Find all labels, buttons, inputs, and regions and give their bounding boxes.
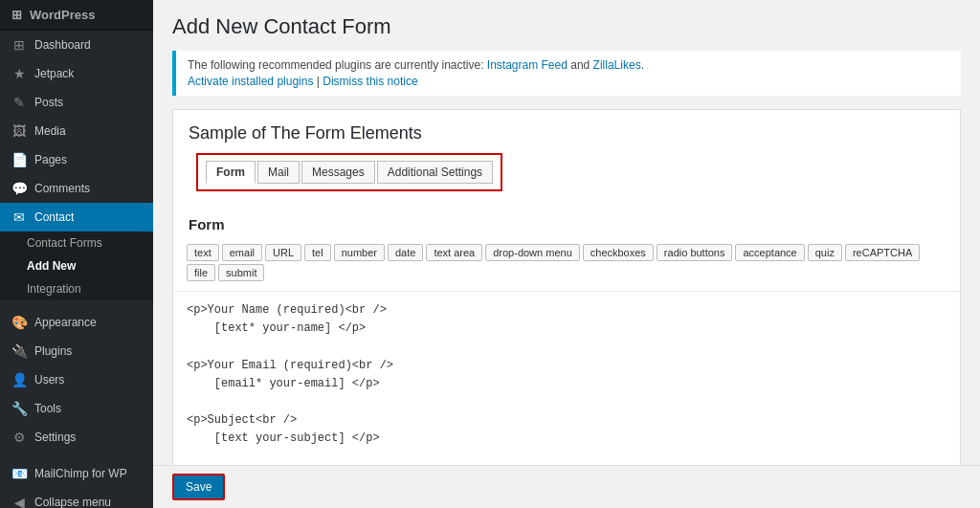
appearance-icon: 🎨 (11, 315, 27, 330)
form-tag-drop-down-menu[interactable]: drop-down menu (485, 244, 580, 261)
sidebar-item-appearance[interactable]: 🎨 Appearance (0, 308, 153, 337)
wp-icon: ⊞ (11, 8, 22, 22)
form-tag-recaptcha[interactable]: reCAPTCHA (845, 244, 920, 261)
form-tag-radio-buttons[interactable]: radio buttons (657, 244, 733, 261)
tools-icon: 🔧 (11, 401, 27, 416)
form-tag-url[interactable]: URL (265, 244, 301, 261)
sidebar-logo: ⊞ WordPress (0, 0, 153, 31)
form-tag-submit[interactable]: submit (218, 264, 264, 281)
sidebar: ⊞ WordPress ⊞ Dashboard ★ Jetpack ✎ Post… (0, 0, 153, 508)
main-area: Add New Contact Form The following recom… (153, 0, 980, 508)
tab-messages[interactable]: Messages (301, 161, 375, 184)
sidebar-item-tools[interactable]: 🔧 Tools (0, 394, 153, 423)
sidebar-item-jetpack[interactable]: ★ Jetpack (0, 59, 153, 88)
pages-icon: 📄 (11, 152, 27, 167)
tab-additional-settings[interactable]: Additional Settings (377, 161, 493, 184)
collapse-icon: ◀ (11, 495, 27, 508)
notice-and: and (570, 58, 590, 72)
tabs-wrapper: Form Mail Messages Additional Settings (173, 153, 960, 209)
section-title: Sample of The Form Elements (173, 110, 960, 153)
form-tag-acceptance[interactable]: acceptance (735, 244, 804, 261)
form-tags: textemailURLtelnumberdatetext areadrop-d… (173, 238, 960, 292)
form-tag-date[interactable]: date (388, 244, 423, 261)
form-tag-number[interactable]: number (334, 244, 385, 261)
sidebar-item-collapse[interactable]: ◀ Collapse menu (0, 488, 153, 508)
footer-bar: Save (153, 465, 980, 508)
sidebar-item-integration[interactable]: Integration (0, 277, 153, 300)
notice-links: Activate installed plugins | Dismiss thi… (188, 75, 949, 88)
notice-text: The following recommended plugins are cu… (188, 58, 484, 72)
tab-mail[interactable]: Mail (257, 161, 300, 184)
page-title: Add New Contact Form (172, 14, 961, 39)
sidebar-item-posts[interactable]: ✎ Posts (0, 88, 153, 117)
sidebar-item-settings[interactable]: ⚙ Settings (0, 423, 153, 452)
form-tag-email[interactable]: email (222, 244, 262, 261)
activate-plugins-link[interactable]: Activate installed plugins (188, 75, 313, 88)
sidebar-item-contact[interactable]: ✉ Contact (0, 203, 153, 232)
posts-icon: ✎ (11, 95, 27, 110)
media-icon: 🖼 (11, 123, 27, 139)
content-area: Add New Contact Form The following recom… (153, 0, 980, 465)
dismiss-notice-link[interactable]: Dismiss this notice (323, 75, 417, 88)
sidebar-item-media[interactable]: 🖼 Media (0, 117, 153, 145)
form-tag-quiz[interactable]: quiz (808, 244, 842, 261)
sidebar-item-plugins[interactable]: 🔌 Plugins (0, 337, 153, 365)
jetpack-icon: ★ (11, 66, 27, 81)
contact-icon: ✉ (11, 210, 27, 225)
sidebar-item-pages[interactable]: 📄 Pages (0, 145, 153, 174)
sidebar-item-comments[interactable]: 💬 Comments (0, 174, 153, 203)
tabs-container: Form Mail Messages Additional Settings (196, 153, 502, 191)
sidebar-item-dashboard[interactable]: ⊞ Dashboard (0, 31, 153, 59)
form-tag-text-area[interactable]: text area (426, 244, 482, 261)
dashboard-icon: ⊞ (11, 37, 27, 53)
sidebar-item-contact-forms[interactable]: Contact Forms (0, 232, 153, 254)
form-tag-tel[interactable]: tel (304, 244, 331, 261)
save-button[interactable]: Save (172, 474, 225, 500)
sidebar-item-mailchimp[interactable]: 📧 MailChimp for WP (0, 459, 153, 488)
plugins-icon: 🔌 (11, 343, 27, 359)
sidebar-item-add-new[interactable]: Add New (0, 254, 153, 277)
form-tag-text[interactable]: text (187, 244, 219, 261)
tab-form[interactable]: Form (206, 161, 256, 184)
comments-icon: 💬 (11, 181, 27, 196)
notice-banner: The following recommended plugins are cu… (172, 51, 961, 96)
form-tag-checkboxes[interactable]: checkboxes (583, 244, 654, 261)
notice-plugin1-link[interactable]: Instagram Feed (487, 58, 568, 72)
settings-icon: ⚙ (11, 430, 27, 445)
form-tag-file[interactable]: file (187, 264, 215, 281)
form-section-title: Form (173, 209, 960, 238)
contact-submenu: Contact Forms Add New Integration (0, 232, 153, 300)
mailchimp-icon: 📧 (11, 466, 27, 481)
section-box: Sample of The Form Elements Form Mail Me… (172, 109, 961, 465)
sidebar-item-users[interactable]: 👤 Users (0, 365, 153, 394)
users-icon: 👤 (11, 372, 27, 387)
notice-plugin2-link[interactable]: ZillaLikes (593, 58, 641, 72)
form-editor-textarea[interactable] (173, 292, 960, 465)
